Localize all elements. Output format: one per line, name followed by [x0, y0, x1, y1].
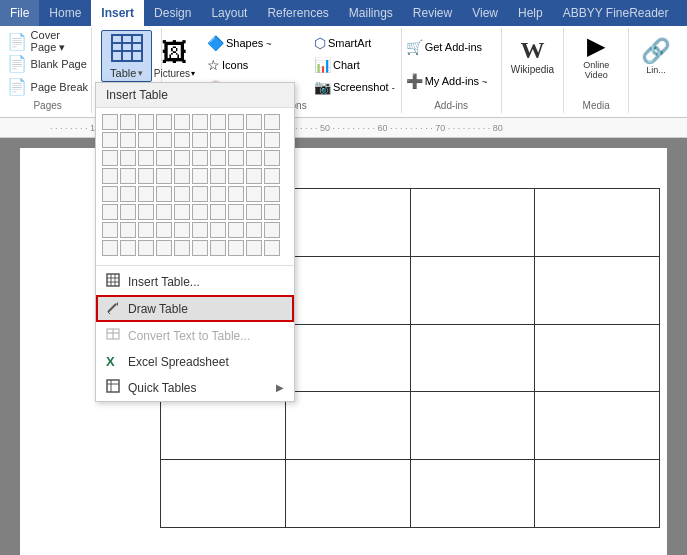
- grid-cell[interactable]: [156, 186, 172, 202]
- grid-cell[interactable]: [210, 222, 226, 238]
- grid-cell[interactable]: [138, 132, 154, 148]
- grid-cell[interactable]: [156, 240, 172, 256]
- links-button[interactable]: 🔗 Lin...: [631, 30, 681, 82]
- grid-cell[interactable]: [156, 222, 172, 238]
- shapes-button[interactable]: 🔷 Shapes ~: [205, 32, 310, 54]
- grid-cell[interactable]: [138, 240, 154, 256]
- grid-cell[interactable]: [120, 132, 136, 148]
- grid-cell[interactable]: [174, 132, 190, 148]
- grid-cell[interactable]: [102, 186, 118, 202]
- grid-cell[interactable]: [210, 204, 226, 220]
- grid-cell[interactable]: [102, 114, 118, 130]
- table-grid[interactable]: // Generate grid cells const grid = docu…: [96, 108, 294, 263]
- insert-table-item[interactable]: Insert Table...: [96, 268, 294, 295]
- grid-cell[interactable]: [174, 222, 190, 238]
- grid-cell[interactable]: [264, 132, 280, 148]
- excel-spreadsheet-item[interactable]: X Excel Spreadsheet: [96, 349, 294, 374]
- grid-cell[interactable]: [174, 114, 190, 130]
- grid-cell[interactable]: [120, 204, 136, 220]
- tab-file[interactable]: File: [0, 0, 39, 26]
- tab-references[interactable]: References: [257, 0, 338, 26]
- grid-cell[interactable]: [228, 204, 244, 220]
- grid-cell[interactable]: [120, 150, 136, 166]
- grid-cell[interactable]: [120, 240, 136, 256]
- grid-cell[interactable]: [174, 150, 190, 166]
- grid-cell[interactable]: [210, 114, 226, 130]
- tab-help[interactable]: Help: [508, 0, 553, 26]
- grid-cell[interactable]: [156, 114, 172, 130]
- grid-cell[interactable]: [192, 150, 208, 166]
- tab-view[interactable]: View: [462, 0, 508, 26]
- grid-cell[interactable]: [174, 168, 190, 184]
- quick-tables-item[interactable]: Quick Tables ▶: [96, 374, 294, 401]
- grid-cell[interactable]: [192, 168, 208, 184]
- grid-cell[interactable]: [210, 186, 226, 202]
- tab-home[interactable]: Home: [39, 0, 91, 26]
- icons-button[interactable]: ☆ Icons: [205, 54, 310, 76]
- grid-cell[interactable]: [102, 150, 118, 166]
- grid-cell[interactable]: [138, 186, 154, 202]
- grid-cell[interactable]: [138, 204, 154, 220]
- grid-cell[interactable]: [102, 168, 118, 184]
- convert-text-item[interactable]: Convert Text to Table...: [96, 322, 294, 349]
- grid-cell[interactable]: [210, 150, 226, 166]
- grid-cell[interactable]: [102, 240, 118, 256]
- blank-page-button[interactable]: 📄 Blank Page: [3, 53, 93, 75]
- grid-cell[interactable]: [228, 240, 244, 256]
- grid-cell[interactable]: [264, 240, 280, 256]
- page-break-button[interactable]: 📄 Page Break: [3, 76, 93, 98]
- grid-cell[interactable]: [156, 150, 172, 166]
- grid-cell[interactable]: [192, 114, 208, 130]
- grid-cell[interactable]: [210, 132, 226, 148]
- grid-cell[interactable]: [246, 114, 262, 130]
- get-addins-button[interactable]: 🛒 Get Add-ins: [404, 36, 499, 58]
- tab-abbyy[interactable]: ABBYY FineReader: [553, 0, 679, 26]
- grid-cell[interactable]: [156, 204, 172, 220]
- grid-cell[interactable]: [174, 204, 190, 220]
- tab-insert[interactable]: Insert: [91, 0, 144, 26]
- wikipedia-button[interactable]: W Wikipedia: [503, 30, 562, 82]
- grid-cell[interactable]: [228, 186, 244, 202]
- tab-mailings[interactable]: Mailings: [339, 0, 403, 26]
- grid-cell[interactable]: [102, 222, 118, 238]
- grid-cell[interactable]: [120, 168, 136, 184]
- grid-cell[interactable]: [264, 204, 280, 220]
- grid-cell[interactable]: [228, 132, 244, 148]
- tab-review[interactable]: Review: [403, 0, 462, 26]
- grid-cell[interactable]: [120, 222, 136, 238]
- cover-page-button[interactable]: 📄 Cover Page ▾: [3, 30, 93, 52]
- grid-cell[interactable]: [246, 204, 262, 220]
- grid-cell[interactable]: [192, 186, 208, 202]
- grid-cell[interactable]: [138, 114, 154, 130]
- grid-cell[interactable]: [210, 168, 226, 184]
- pictures-button[interactable]: 🖼 Pictures ▾: [146, 32, 203, 84]
- grid-cell[interactable]: [264, 186, 280, 202]
- grid-cell[interactable]: [246, 240, 262, 256]
- grid-cell[interactable]: [192, 240, 208, 256]
- grid-cell[interactable]: [102, 204, 118, 220]
- grid-cell[interactable]: [174, 186, 190, 202]
- grid-cell[interactable]: [264, 150, 280, 166]
- grid-cell[interactable]: [174, 240, 190, 256]
- grid-cell[interactable]: [246, 132, 262, 148]
- grid-cell[interactable]: [210, 240, 226, 256]
- draw-table-item[interactable]: Draw Table: [96, 295, 294, 322]
- grid-cell[interactable]: [246, 168, 262, 184]
- grid-cell[interactable]: [264, 168, 280, 184]
- grid-cell[interactable]: [138, 150, 154, 166]
- grid-cell[interactable]: [120, 114, 136, 130]
- grid-cell[interactable]: [246, 222, 262, 238]
- grid-cell[interactable]: [228, 114, 244, 130]
- grid-cell[interactable]: [120, 186, 136, 202]
- grid-cell[interactable]: [138, 222, 154, 238]
- grid-cell[interactable]: [156, 132, 172, 148]
- grid-cell[interactable]: [228, 222, 244, 238]
- tab-layout[interactable]: Layout: [201, 0, 257, 26]
- grid-cell[interactable]: [192, 204, 208, 220]
- grid-cell[interactable]: [228, 150, 244, 166]
- table-button[interactable]: Table ▾: [101, 30, 152, 82]
- grid-cell[interactable]: [138, 168, 154, 184]
- grid-cell[interactable]: [192, 222, 208, 238]
- grid-cell[interactable]: [156, 168, 172, 184]
- grid-cell[interactable]: [246, 186, 262, 202]
